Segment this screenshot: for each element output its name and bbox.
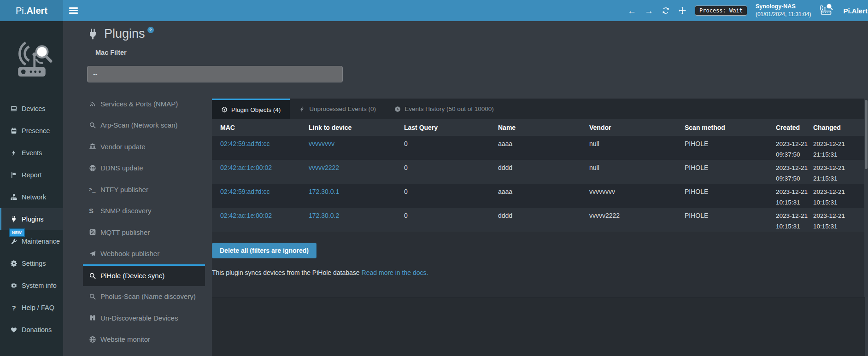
plugin-nav-ntfy-publisher[interactable]: >_ NTFY publisher (83, 179, 205, 200)
cube-icon (221, 106, 228, 113)
info-badge[interactable]: ? (147, 27, 154, 33)
tab-unprocessed-events[interactable]: Unprocessed Events (0) (290, 99, 385, 119)
plugin-nav-label: NTFY publisher (100, 186, 148, 193)
tab-events-history[interactable]: Events History (50 out of 10000) (385, 99, 503, 119)
sidebar-item-report[interactable]: Report (0, 164, 63, 186)
plugin-description-text: This plugin syncs devices from the PiHol… (212, 269, 360, 276)
column-header-scan-method: Scan method (685, 119, 776, 136)
brand-logo[interactable]: Pi.Alert (0, 0, 63, 21)
question-icon: ? (10, 304, 22, 312)
forward-arrow-icon[interactable]: → (645, 6, 653, 15)
page-title-text: Plugins (104, 26, 145, 41)
back-arrow-icon[interactable]: ← (628, 6, 636, 15)
sidebar-item-network[interactable]: Network (0, 186, 63, 208)
sidebar-menu: Devices Presence Events Report Network P… (0, 98, 63, 341)
plugin-nav-webhook-publisher[interactable]: Webhook publisher (83, 243, 205, 265)
plugin-nav-label: PiHole (Device sync) (100, 272, 164, 280)
plugin-nav-pholus-scan[interactable]: Pholus-Scan (Name discovery) (83, 286, 205, 308)
sidebar-item-settings[interactable]: Settings (0, 252, 63, 274)
sidebar-item-label: Donations (22, 326, 52, 333)
flag-icon (10, 171, 22, 179)
plug-title-icon (87, 28, 99, 41)
mac-link[interactable]: 02:42:59:ad:fd:cc (220, 136, 309, 160)
device-link[interactable]: 172.30.0.1 (309, 184, 404, 208)
plugin-nav-snmp-discovery[interactable]: S SNMP discovery (83, 200, 205, 222)
sidebar-item-presence[interactable]: Presence (0, 120, 63, 142)
last-query-value: 0 (404, 208, 498, 232)
plugin-nav-label: Website monitor (100, 335, 150, 343)
scan-method-value: PIHOLE (685, 208, 776, 232)
device-link[interactable]: 172.30.0.2 (309, 208, 404, 232)
sidebar-item-label: Events (22, 149, 42, 157)
sidebar-item-label: Maintenance (22, 238, 60, 245)
last-query-value: 0 (404, 160, 498, 184)
terminal-icon: >_ (89, 186, 100, 193)
name-value: dddd (498, 208, 589, 232)
host-name: Synology-NAS (756, 3, 796, 10)
device-link[interactable]: vvvvv2222 (309, 160, 404, 184)
paper-plane-icon (89, 250, 100, 257)
navbar-right-cluster: ← → Process: Wait Synology-NAS (01/01/20… (628, 0, 868, 21)
plugin-nav-mqtt-publisher[interactable]: MQTT publisher (83, 222, 205, 243)
sidebar: Devices Presence Events Report Network P… (0, 21, 63, 356)
sidebar-item-label: Report (22, 171, 42, 179)
sidebar-item-label: Help / FAQ (22, 304, 54, 311)
mac-link[interactable]: 02:42:59:ad:fd:cc (220, 184, 309, 208)
plugin-nav-vendor-update[interactable]: Vendor update (83, 136, 205, 158)
hamburger-menu-icon[interactable] (69, 7, 78, 14)
created-value: 2023-12-21 09:37:50 (776, 160, 810, 184)
changed-value: 2023-12-21 10:15:31 (813, 184, 847, 208)
plugin-nav-ddns-update[interactable]: DDNS update (83, 158, 205, 179)
plugin-nav-label: Pholus-Scan (Name discovery) (100, 292, 196, 300)
plugin-nav-pihole-device-sync[interactable]: PiHole (Device sync) (83, 264, 205, 286)
mac-link[interactable]: 02:42:ac:1e:00:02 (220, 160, 309, 184)
created-value: 2023-12-21 10:15:31 (776, 208, 810, 232)
plugin-nav-services-ports[interactable]: Services & Ports (NMAP) (83, 93, 205, 115)
sidebar-item-events[interactable]: Events (0, 142, 63, 164)
sidebar-item-label: Presence (22, 127, 50, 134)
plugin-nav-label: MQTT publisher (100, 228, 150, 236)
move-icon[interactable] (678, 6, 686, 15)
last-query-value: 0 (404, 184, 498, 208)
scrollbar-thumb[interactable] (865, 100, 868, 169)
plugin-nav-arp-scan[interactable]: Arp-Scan (Network scan) (83, 115, 205, 136)
sidebar-item-help-faq[interactable]: ? Help / FAQ (0, 297, 63, 319)
microchip-icon (10, 282, 22, 289)
sidebar-item-system-info[interactable]: System info (0, 274, 63, 297)
name-value: aaaa (498, 184, 589, 208)
column-header-mac: MAC (220, 119, 309, 136)
tab-label: Plugin Objects (4) (231, 106, 281, 113)
satellite-signal-icon (89, 100, 100, 107)
refresh-icon[interactable] (662, 6, 670, 15)
delete-all-button[interactable]: Delete all (filters are ignored) (212, 243, 317, 258)
vendor-value: vvvvv2222 (589, 208, 685, 232)
sidebar-item-plugins[interactable]: Plugins (0, 208, 63, 230)
sidebar-item-donations[interactable]: Donations (0, 319, 63, 341)
name-value: aaaa (498, 136, 589, 160)
panel-background-lower (212, 298, 865, 356)
plugin-objects-table: MAC Link to device Last Query Name Vendo… (212, 119, 865, 232)
router-scan-icon (819, 3, 835, 18)
rss-square-icon (89, 228, 100, 236)
sidebar-item-devices[interactable]: Devices (0, 98, 63, 120)
mac-filter-label: Mac Filter (95, 49, 127, 56)
tab-plugin-objects[interactable]: Plugin Objects (4) (212, 99, 290, 119)
host-info: Synology-NAS (01/01/2024, 11:31:04) (756, 3, 811, 18)
plugin-nav-undiscoverable-devices[interactable]: Un-Discoverable Devices (83, 307, 205, 329)
bolt-icon (10, 149, 22, 157)
changed-value: 2023-12-21 21:15:31 (813, 136, 847, 160)
docs-link[interactable]: Read more in the docs. (362, 269, 428, 276)
app-name-label: Pi.Alert (843, 7, 868, 15)
calendar-icon (10, 127, 22, 134)
search-icon (89, 272, 100, 280)
scan-method-value: PIHOLE (685, 160, 776, 184)
mac-filter-input[interactable] (87, 66, 343, 82)
brand-bold: Alert (26, 6, 47, 16)
vendor-value: null (589, 136, 685, 160)
device-link[interactable]: vvvvvvvv (309, 136, 404, 160)
sitemap-icon (10, 193, 22, 201)
mac-link[interactable]: 02:42:ac:1e:00:02 (220, 208, 309, 232)
host-datetime: (01/01/2024, 11:31:04) (756, 11, 811, 18)
brand-prefix: Pi. (16, 6, 26, 16)
plugin-nav-website-monitor[interactable]: Website monitor (83, 329, 205, 350)
